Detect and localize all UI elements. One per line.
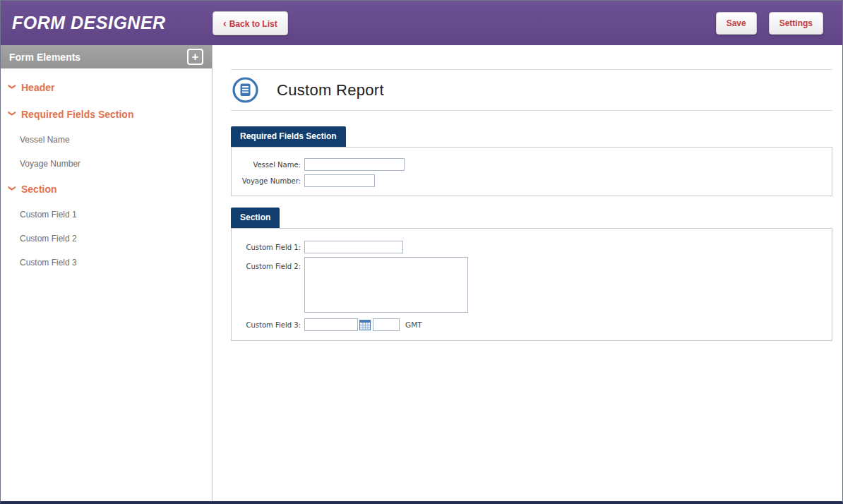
- voyage-number-label: Voyage Number:: [240, 177, 301, 185]
- chevron-down-icon: ❯: [8, 185, 16, 193]
- app-title: FORM DESIGNER: [1, 13, 213, 33]
- tree-group-label: Header: [21, 82, 54, 93]
- tree-group-label: Section: [21, 184, 57, 195]
- section-tab-custom[interactable]: Section: [231, 208, 280, 228]
- custom-field-1-input[interactable]: [304, 241, 403, 253]
- back-to-list-button[interactable]: ‹Back to List: [213, 11, 288, 35]
- custom-field-3-time-input[interactable]: [373, 318, 400, 331]
- field-row-voyage-number: Voyage Number:: [240, 174, 823, 187]
- tree-group-header[interactable]: ❯ Header: [1, 74, 212, 101]
- custom-field-2-textarea[interactable]: [304, 257, 468, 313]
- content-area: Form Elements + ❯ Header ❯ Required Fiel…: [1, 45, 842, 501]
- custom-field-3-date-input[interactable]: [304, 318, 358, 331]
- chevron-left-icon: ‹: [223, 18, 227, 29]
- field-row-custom-field-1: Custom Field 1:: [240, 241, 823, 253]
- tree-item-custom-field-2[interactable]: Custom Field 2: [1, 227, 212, 251]
- tree-group-required-fields-section[interactable]: ❯ Required Fields Section: [1, 101, 212, 128]
- custom-field-1-label: Custom Field 1:: [240, 244, 301, 251]
- vessel-name-input[interactable]: [304, 158, 405, 171]
- timezone-suffix-label: GMT: [405, 320, 422, 329]
- form-preview: Custom Report Required Fields Section Ve…: [213, 45, 842, 501]
- field-row-vessel-name: Vessel Name:: [240, 158, 823, 171]
- chevron-down-icon: ❯: [8, 83, 16, 92]
- custom-field-2-label: Custom Field 2:: [240, 257, 301, 270]
- sidebar: Form Elements + ❯ Header ❯ Required Fiel…: [1, 45, 213, 501]
- calendar-icon[interactable]: [359, 320, 371, 330]
- sidebar-header: Form Elements +: [1, 45, 212, 68]
- report-header: Custom Report: [231, 69, 832, 111]
- form-section-required-fields: Required Fields Section Vessel Name: Voy…: [231, 126, 832, 196]
- sidebar-title: Form Elements: [9, 52, 80, 63]
- report-title: Custom Report: [277, 81, 384, 100]
- vessel-name-label: Vessel Name:: [240, 161, 301, 169]
- chevron-down-icon: ❯: [8, 110, 16, 119]
- app-window: FORM DESIGNER ‹Back to List Save Setting…: [0, 0, 843, 504]
- section-tab-required-fields[interactable]: Required Fields Section: [231, 126, 346, 147]
- custom-field-3-label: Custom Field 3:: [240, 321, 301, 329]
- tree-item-custom-field-1[interactable]: Custom Field 1: [1, 203, 212, 227]
- topbar: FORM DESIGNER ‹Back to List Save Setting…: [1, 1, 842, 45]
- tree-item-vessel-name[interactable]: Vessel Name: [1, 128, 212, 152]
- tree-item-custom-field-3[interactable]: Custom Field 3: [1, 251, 212, 275]
- add-element-button[interactable]: +: [187, 49, 203, 65]
- tree-item-voyage-number[interactable]: Voyage Number: [1, 152, 212, 176]
- tree-group-section[interactable]: ❯ Section: [1, 176, 212, 203]
- form-section-custom: Section Custom Field 1: Custom Field 2: …: [231, 208, 832, 341]
- settings-button[interactable]: Settings: [769, 12, 823, 35]
- tree-group-label: Required Fields Section: [21, 109, 133, 120]
- plus-icon: +: [192, 50, 199, 64]
- field-row-custom-field-2: Custom Field 2:: [240, 257, 823, 313]
- topbar-actions: Save Settings: [716, 12, 842, 35]
- voyage-number-input[interactable]: [304, 174, 375, 187]
- element-tree: ❯ Header ❯ Required Fields Section Vesse…: [1, 68, 212, 275]
- save-button[interactable]: Save: [716, 12, 757, 35]
- report-document-icon: [232, 77, 258, 103]
- field-row-custom-field-3: Custom Field 3:: [240, 318, 823, 331]
- section-panel-custom: Custom Field 1: Custom Field 2: Custom F…: [231, 228, 832, 341]
- section-panel-required-fields: Vessel Name: Voyage Number:: [231, 147, 832, 196]
- back-to-list-label: Back to List: [229, 19, 277, 29]
